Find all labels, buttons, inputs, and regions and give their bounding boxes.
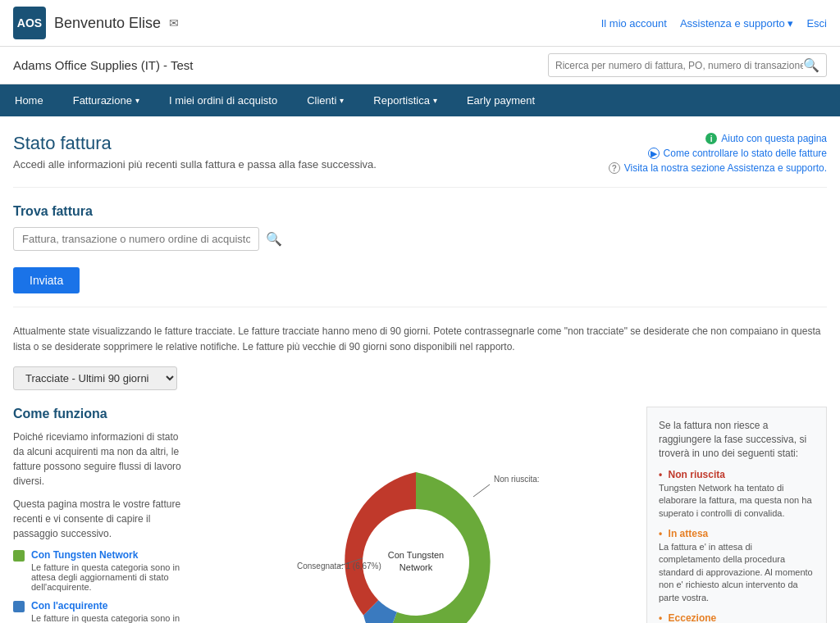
search-icon[interactable]: 🔍 — [803, 57, 819, 73]
legend-desc-2: Le fatture in questa categoria sono in a… — [31, 613, 185, 623]
help-link-1[interactable]: i Aiuto con questa pagina — [609, 133, 827, 144]
status-box-section: Se la fattura non riesce a raggiungere l… — [646, 407, 827, 623]
nav-item-early-payment[interactable]: Early payment — [452, 84, 550, 116]
support-link[interactable]: Assistenza e supporto ▾ — [680, 17, 794, 30]
help-link-1-text: Aiuto con questa pagina — [721, 133, 827, 144]
welcome-text: Benvenuto Elise — [54, 15, 161, 32]
info-text: Attualmente state visualizzando le fattu… — [13, 324, 827, 355]
find-invoice-input[interactable] — [13, 227, 259, 251]
find-section: Trova fattura 🔍 — [13, 204, 827, 251]
chart-center-text-2: Network — [399, 562, 433, 572]
nav-item-ordini[interactable]: I miei ordini di acquisto — [154, 84, 292, 116]
bullet-1: • — [659, 469, 662, 480]
company-bar: Adams Office Supplies (IT) - Test 🔍 — [0, 47, 840, 84]
my-account-link[interactable]: Il mio account — [601, 17, 667, 30]
main-content: Stato fattura Accedi alle informazioni p… — [0, 116, 840, 623]
help-link-3-text: Visita la nostra sezione Assistenza e su… — [624, 162, 827, 174]
search-bar: 🔍 — [548, 53, 827, 77]
how-title: Come funziona — [13, 407, 185, 421]
aos-logo: AOS — [13, 7, 46, 39]
status-item-eccezione: • Eccezione Il cliente ha indicato che p… — [659, 612, 815, 623]
legend-color-green — [13, 550, 25, 562]
help-link-2[interactable]: ▶ Come controllare lo stato delle fattur… — [609, 148, 827, 159]
question-icon: ? — [609, 162, 620, 174]
nav-item-home[interactable]: Home — [0, 84, 58, 116]
chart-label-consegnata: Consegnata: 1 (6,67%) — [297, 562, 381, 571]
status-box: Se la fattura non riesce a raggiungere l… — [646, 407, 827, 623]
status-item-attesa: • In attesa La fattura e' in attesa di c… — [659, 528, 815, 604]
legend-link-2[interactable]: Con l'acquirente — [31, 600, 108, 612]
status-title-non-riuscita: • Non riuscita — [659, 469, 815, 480]
donut-chart: Con Tungsten Network Non riuscita: 1 (6,… — [293, 439, 539, 623]
page-title-section: Stato fattura Accedi alle informazioni p… — [13, 133, 377, 171]
top-bar-left: AOS Benvenuto Elise ✉ — [13, 7, 179, 39]
nav-item-clienti[interactable]: Clienti ▾ — [292, 84, 358, 116]
legend-content-1: Con Tungsten Network Le fatture in quest… — [31, 549, 185, 592]
status-desc-attesa: La fattura e' in attesa di completamento… — [659, 541, 815, 604]
page-title: Stato fattura — [13, 133, 377, 154]
support-chevron-icon: ▾ — [788, 17, 793, 30]
page-header: Stato fattura Accedi alle informazioni p… — [13, 133, 827, 174]
legend-label-2: Con l'acquirente — [31, 600, 185, 612]
legend-content-2: Con l'acquirente Le fatture in questa ca… — [31, 600, 185, 623]
status-item-non-riuscita: • Non riuscita Tungsten Network ha tenta… — [659, 469, 815, 520]
find-title: Trova fattura — [13, 204, 827, 219]
legend-desc-1: Le fatture in questa categoria sono in a… — [31, 562, 185, 592]
page-subtitle: Accedi alle informazioni più recenti sul… — [13, 158, 377, 171]
top-bar: AOS Benvenuto Elise ✉ Il mio account Ass… — [0, 0, 840, 47]
status-title-attesa: • In attesa — [659, 528, 815, 539]
chart-center-text: Con Tungsten — [388, 550, 445, 560]
nav-item-reportistica[interactable]: Reportistica ▾ — [358, 84, 452, 116]
help-link-2-text: Come controllare lo stato delle fatture — [664, 148, 827, 159]
chart-label-non-riuscita: Non riuscita: 1 (6,67%) — [494, 475, 539, 484]
chart-svg: Con Tungsten Network Non riuscita: 1 (6,… — [293, 439, 539, 623]
inviata-button[interactable]: Inviata — [13, 267, 80, 293]
nav-item-fatturazione[interactable]: Fatturazione ▾ — [58, 84, 154, 116]
search-input[interactable] — [555, 60, 803, 71]
main-nav: Home Fatturazione ▾ I miei ordini di acq… — [0, 84, 840, 116]
content-row: Come funziona Poiché riceviamo informazi… — [13, 407, 827, 623]
logout-link[interactable]: Esci — [806, 17, 827, 30]
how-it-works-section: Come funziona Poiché riceviamo informazi… — [13, 407, 185, 623]
find-search-button[interactable]: 🔍 — [266, 231, 282, 247]
legend-link-1[interactable]: Con Tungsten Network — [31, 549, 138, 561]
divider-1 — [13, 187, 827, 188]
status-box-title: Se la fattura non riesce a raggiungere l… — [659, 419, 815, 460]
bullet-2: • — [659, 528, 662, 539]
reportistica-chevron-icon: ▾ — [433, 96, 437, 105]
clienti-chevron-icon: ▾ — [340, 96, 344, 105]
chart-section: Con Tungsten Network Non riuscita: 1 (6,… — [202, 407, 630, 623]
status-title-eccezione: • Eccezione — [659, 612, 815, 623]
how-text-1: Poiché riceviamo informazioni di stato d… — [13, 430, 185, 489]
divider-2 — [13, 307, 827, 307]
info-icon: i — [705, 133, 717, 144]
submit-section: Inviata — [13, 267, 827, 293]
help-links: i Aiuto con questa pagina ▶ Come control… — [609, 133, 827, 174]
chart-line-1 — [473, 484, 490, 497]
legend-item-2: Con l'acquirente Le fatture in questa ca… — [13, 600, 185, 623]
help-link-3[interactable]: ? Visita la nostra sezione Assistenza e … — [609, 162, 827, 174]
dropdown-row: Tracciate - Ultimi 90 giorni Non traccia… — [13, 366, 827, 390]
email-icon[interactable]: ✉ — [169, 16, 179, 30]
status-desc-non-riuscita: Tungsten Network ha tentato di elaborare… — [659, 482, 815, 520]
fatturazione-chevron-icon: ▾ — [135, 96, 139, 105]
play-icon: ▶ — [648, 148, 660, 159]
how-text-2: Questa pagina mostra le vostre fatture r… — [13, 497, 185, 541]
legend-color-blue — [13, 601, 25, 612]
find-input-row: 🔍 — [13, 227, 827, 251]
legend-label-1: Con Tungsten Network — [31, 549, 185, 561]
top-bar-right: Il mio account Assistenza e supporto ▾ E… — [601, 17, 827, 30]
filter-dropdown[interactable]: Tracciate - Ultimi 90 giorni Non traccia… — [13, 366, 177, 390]
bullet-3: • — [659, 612, 662, 623]
legend-item-1: Con Tungsten Network Le fatture in quest… — [13, 549, 185, 592]
company-name: Adams Office Supplies (IT) - Test — [13, 58, 194, 72]
